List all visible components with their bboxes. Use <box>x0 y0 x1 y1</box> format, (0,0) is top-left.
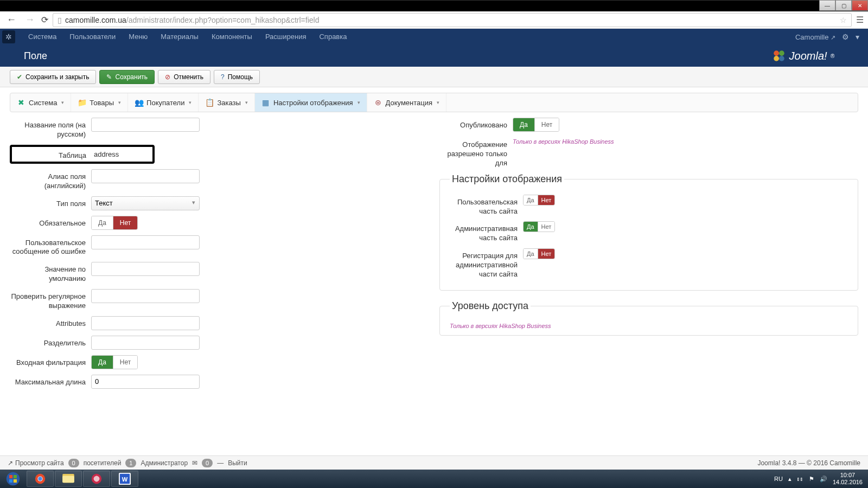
settings-gear-icon[interactable]: ⚙ <box>842 33 849 41</box>
cancel-button[interactable]: ⊘Отменить <box>158 70 210 84</box>
save-button[interactable]: ✎Сохранить <box>99 70 155 84</box>
business-note: Только в версиях HikaShop Business <box>513 138 614 145</box>
backend-toggle[interactable]: Да Нет <box>523 221 555 232</box>
folder-icon: 📁 <box>78 98 86 107</box>
action-toolbar: ✔Сохранить и закрыть ✎Сохранить ⊘Отменит… <box>0 67 868 87</box>
tab-docs[interactable]: ⊛Документация▾ <box>367 93 447 112</box>
reg-backend-yes[interactable]: Да <box>524 249 538 259</box>
page-title: Поле <box>24 50 47 62</box>
reg-backend-no[interactable]: Нет <box>538 249 555 259</box>
footer-text: Joomla! 3.4.8 — © 2016 Camomille <box>757 459 860 467</box>
nav-content[interactable]: Материалы <box>154 29 205 45</box>
table-value: address <box>92 148 151 160</box>
window-minimize[interactable]: — <box>819 0 835 11</box>
svg-text:W: W <box>122 476 128 483</box>
tray-lang[interactable]: RU <box>774 476 783 482</box>
tab-products[interactable]: 📁Товары▾ <box>71 93 128 112</box>
windows-taskbar: W RU ▴ ⫾⫾ ⚑ 🔊 10:07 14.02.2016 <box>0 470 868 488</box>
tray-flag-icon[interactable]: ⚑ <box>809 476 814 483</box>
type-select[interactable]: Текст <box>91 196 200 210</box>
taskbar-word[interactable]: W <box>111 471 138 487</box>
required-toggle[interactable]: Да Нет <box>91 216 138 230</box>
logout-link[interactable]: Выйти <box>228 459 247 467</box>
published-toggle[interactable]: Да Нет <box>513 118 559 132</box>
bookmark-star-icon[interactable]: ☆ <box>840 16 847 24</box>
frontend-no[interactable]: Нет <box>538 195 555 205</box>
svg-rect-8 <box>14 479 17 483</box>
filter-yes[interactable]: Да <box>92 356 113 369</box>
field-name-label: Название поля (на русском) <box>10 118 91 139</box>
display-legend: Настройки отображения <box>450 174 564 185</box>
clipboard-icon: 📋 <box>205 98 214 107</box>
save-close-button[interactable]: ✔Сохранить и закрыть <box>10 70 96 84</box>
access-level-fieldset: Уровень доступа Только в версиях HikaSho… <box>439 300 858 336</box>
address-bar[interactable]: ▯ camomille.com.ua/administrator/index.p… <box>53 13 852 27</box>
help-button[interactable]: ?Помощь <box>214 70 260 84</box>
tab-orders[interactable]: 📋Заказы▾ <box>199 93 254 112</box>
taskbar-explorer[interactable] <box>55 471 82 487</box>
tray-up-icon[interactable]: ▴ <box>788 476 792 483</box>
attributes-input[interactable] <box>91 316 200 330</box>
filter-toggle[interactable]: Да Нет <box>91 355 138 369</box>
maxlen-input[interactable] <box>91 375 200 389</box>
joomla-top-nav: ✲ Система Пользователи Меню Материалы Ко… <box>0 29 868 45</box>
error-msg-label: Пользовательское сообщение об ошибке <box>10 235 91 257</box>
svg-rect-6 <box>14 475 17 478</box>
tray-volume-icon[interactable]: 🔊 <box>820 476 827 483</box>
check-icon: ✔ <box>17 73 22 81</box>
view-site-link[interactable]: ↗Просмотр сайта <box>8 459 64 467</box>
frontend-yes[interactable]: Да <box>524 195 538 205</box>
tab-customers[interactable]: 👥Покупатели▾ <box>128 93 199 112</box>
caret-down-icon[interactable]: ▾ <box>856 33 859 41</box>
error-msg-input[interactable] <box>91 235 200 249</box>
taskbar-chrome[interactable] <box>27 471 54 487</box>
alias-input[interactable] <box>91 169 200 183</box>
nav-menu[interactable]: Меню <box>122 29 154 45</box>
reload-button[interactable]: ⟳ <box>41 15 48 25</box>
tray-network-icon[interactable]: ⫾⫾ <box>797 476 803 482</box>
wrench-icon: ✖ <box>17 98 25 107</box>
tab-system[interactable]: ✖Система▾ <box>10 93 71 112</box>
published-no[interactable]: Нет <box>535 118 559 131</box>
nav-users[interactable]: Пользователи <box>63 29 122 45</box>
window-maximize[interactable]: ▢ <box>835 0 852 11</box>
joomla-logo-icon[interactable]: ✲ <box>2 30 15 43</box>
back-button[interactable]: ← <box>4 14 18 25</box>
required-no[interactable]: Нет <box>113 216 137 229</box>
default-input[interactable] <box>91 262 200 276</box>
backend-no[interactable]: Нет <box>538 222 555 232</box>
dash-icon: — <box>217 459 224 467</box>
edit-icon: ✎ <box>106 73 112 81</box>
filter-no[interactable]: Нет <box>113 356 137 369</box>
external-link-icon: ↗ <box>831 34 835 41</box>
display-settings-fieldset: Настройки отображения Пользовательская ч… <box>439 174 858 291</box>
svg-rect-7 <box>9 479 12 483</box>
tray-clock[interactable]: 10:07 14.02.2016 <box>833 472 863 486</box>
cancel-icon: ⊘ <box>165 73 170 81</box>
frontend-toggle[interactable]: Да Нет <box>523 195 555 206</box>
required-yes[interactable]: Да <box>92 216 113 229</box>
nav-extensions[interactable]: Расширения <box>259 29 313 45</box>
separator-input[interactable] <box>91 336 200 350</box>
nav-components[interactable]: Компоненты <box>205 29 259 45</box>
site-name-link[interactable]: Camomille ↗ <box>795 33 835 41</box>
reg-backend-toggle[interactable]: Да Нет <box>523 248 555 259</box>
nav-help[interactable]: Справка <box>312 29 353 45</box>
chrome-menu-icon[interactable]: ☰ <box>856 15 864 25</box>
start-button[interactable] <box>0 470 26 488</box>
mail-icon[interactable]: ✉ <box>192 459 197 467</box>
tab-display[interactable]: ▦Настройки отображения▾ <box>255 93 367 112</box>
window-close[interactable]: ✕ <box>852 0 868 11</box>
regex-input[interactable] <box>91 289 200 303</box>
display-icon: ▦ <box>261 98 270 107</box>
backend-yes[interactable]: Да <box>524 222 538 232</box>
window-controls: — ▢ ✕ <box>819 0 868 11</box>
field-name-input[interactable] <box>91 118 200 132</box>
svg-rect-5 <box>9 475 12 478</box>
external-icon: ↗ <box>8 459 13 467</box>
forward-button[interactable]: → <box>23 14 37 25</box>
published-yes[interactable]: Да <box>513 118 535 131</box>
taskbar-app-red[interactable] <box>83 471 110 487</box>
users-icon: 👥 <box>135 98 143 107</box>
nav-system[interactable]: Система <box>22 29 63 45</box>
